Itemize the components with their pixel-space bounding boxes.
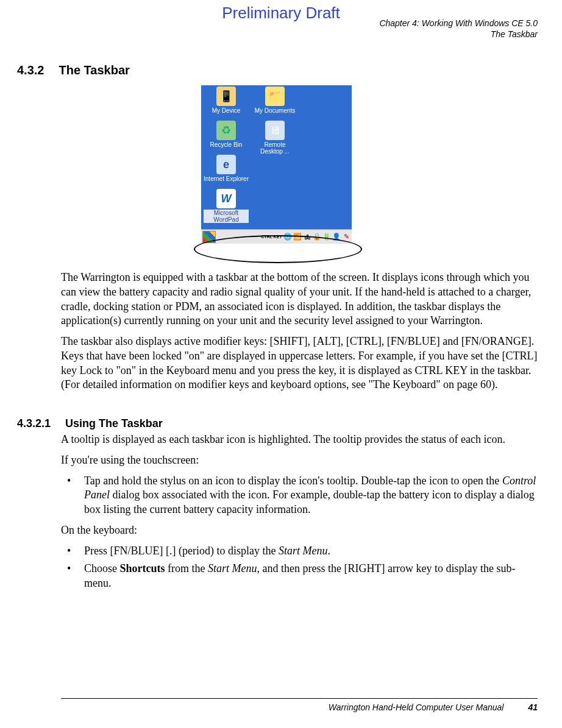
manual-title: Warrington Hand-Held Computer User Manua… <box>329 702 504 712</box>
desktop-icon-my-device: 📱 My Device <box>204 87 249 114</box>
icon-label: My Device <box>204 107 249 114</box>
icon-label: Internet Explorer <box>204 175 249 182</box>
page-number: 41 <box>528 702 538 712</box>
pen-icon: ✎ <box>342 233 350 241</box>
ce-taskbar: CTRL KEY 🌐 📶 🖧 🔒 🔋 👤 ✎ <box>201 229 352 244</box>
ie-icon: e <box>216 155 236 174</box>
paragraph: The Warrington is equipped with a taskba… <box>61 270 538 328</box>
globe-icon: 🌐 <box>283 233 292 241</box>
lock-icon: 🔒 <box>313 233 321 241</box>
section-number: 4.3.2 <box>17 63 44 77</box>
chapter-header-line2: The Taskbar <box>379 29 538 40</box>
user-icon: 👤 <box>332 233 341 241</box>
paragraph: The taskbar also displays active modifie… <box>61 334 538 392</box>
section-4-3-2-heading: 4.3.2 The Taskbar <box>17 63 130 77</box>
text-run: Tap and hold the stylus on an icon to di… <box>84 475 502 487</box>
paragraph: If you're using the touchscreen: <box>61 453 538 468</box>
page-footer: Warrington Hand-Held Computer User Manua… <box>61 698 538 712</box>
ctrl-key-indicator: CTRL KEY <box>261 235 282 239</box>
icon-label: Remote Desktop ... <box>252 141 297 155</box>
text-run: . <box>327 545 330 557</box>
text-run: Press [FN/BLUE] [.] (period) to display … <box>84 545 279 557</box>
desktop-icon-internet-explorer: e Internet Explorer <box>204 155 249 182</box>
text-run-italic: Start Menu <box>208 562 257 574</box>
section-title: Using The Taskbar <box>65 417 163 430</box>
text-run: dialog box associated with the icon. For… <box>84 489 535 515</box>
folder-icon: 📁 <box>265 87 285 106</box>
chapter-header-line1: Chapter 4: Working With Windows CE 5.0 <box>379 18 538 29</box>
text-run-bold: Shortcuts <box>120 562 165 574</box>
remote-icon: 🖥 <box>265 121 285 140</box>
section-number: 4.3.2.1 <box>17 417 51 430</box>
start-button-icon <box>202 231 216 243</box>
desktop-icon-remote-desktop: 🖥 Remote Desktop ... <box>252 121 297 155</box>
list-item: Choose Shortcuts from the Start Menu, an… <box>61 562 538 591</box>
desktop-icon-my-documents: 📁 My Documents <box>252 87 297 114</box>
taskbar-screenshot: 📱 My Device 📁 My Documents ♻ Recycle Bin… <box>201 85 352 257</box>
desktop-icon-recycle-bin: ♻ Recycle Bin <box>204 121 249 148</box>
list-item: Tap and hold the stylus on an icon to di… <box>61 474 538 517</box>
icon-label: Microsoft WordPad <box>204 210 249 223</box>
desktop-icon-wordpad: W Microsoft WordPad <box>204 189 249 223</box>
device-icon: 📱 <box>216 87 236 106</box>
icon-label: Recycle Bin <box>204 141 249 148</box>
icon-label: My Documents <box>252 107 297 114</box>
paragraph: A tooltip is displayed as each taskbar i… <box>61 433 538 447</box>
chapter-header: Chapter 4: Working With Windows CE 5.0 T… <box>379 18 538 40</box>
ce-desktop: 📱 My Device 📁 My Documents ♻ Recycle Bin… <box>201 85 352 244</box>
text-run-italic: Start Menu <box>279 545 328 557</box>
wordpad-icon: W <box>216 189 236 208</box>
text-run: Choose <box>84 562 120 574</box>
recycle-icon: ♻ <box>216 121 236 140</box>
section-4-3-2-1-heading: 4.3.2.1 Using The Taskbar <box>17 417 163 430</box>
signal-icon: 📶 <box>293 233 302 241</box>
section-title: The Taskbar <box>59 63 129 77</box>
list-item: Press [FN/BLUE] [.] (period) to display … <box>61 544 538 559</box>
battery-icon: 🔋 <box>322 233 331 241</box>
paragraph: On the keyboard: <box>61 523 538 538</box>
network-icon: 🖧 <box>303 233 311 241</box>
text-run: from the <box>165 562 208 574</box>
